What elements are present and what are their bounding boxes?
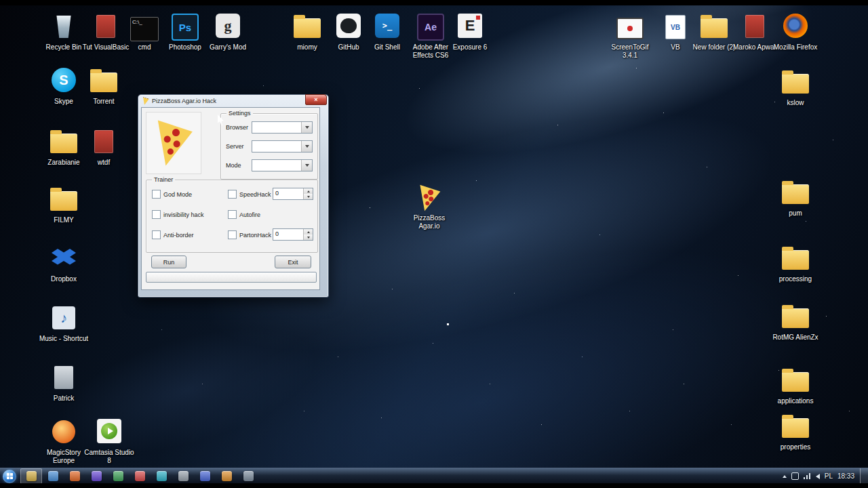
pinned-app-8-icon: [178, 471, 189, 481]
desktop-icon-music-shortcut[interactable]: Music - Shortcut: [37, 304, 90, 343]
desktop-icon-garry-s-mod[interactable]: Garry's Mod: [201, 12, 254, 52]
desktop-icon-processing[interactable]: processing: [769, 244, 822, 283]
spinner-down-icon[interactable]: [304, 235, 313, 240]
desktop-icon-image: [94, 127, 113, 157]
desktop-icon-patrick[interactable]: Patrick: [37, 363, 90, 403]
desktop-icon-label: Dropbox: [51, 275, 77, 283]
spinner-down-icon[interactable]: [304, 194, 313, 199]
taskbar-pinned-app-9[interactable]: [194, 468, 216, 484]
desktop-icon-applications[interactable]: applications: [769, 366, 822, 405]
network-icon[interactable]: [804, 473, 811, 479]
speedhack-checkbox[interactable]: SpeedHack: [228, 190, 271, 199]
window-titlebar[interactable]: PizzaBoss Agar.io Hack ×: [141, 95, 326, 107]
letterbox-bottom: [0, 483, 868, 488]
progress-bar: [146, 272, 317, 283]
recycle-bin-icon: [56, 16, 72, 38]
desktop-icon-properties[interactable]: properties: [769, 412, 822, 451]
pizza-icon: [142, 97, 149, 105]
pinned-app-9-icon: [200, 471, 210, 481]
gmod-icon: [216, 14, 240, 38]
taskbar-pinned-app-1[interactable]: [20, 468, 42, 484]
window-client: Settings Browser Server Mode: [141, 107, 320, 290]
taskbar-pinned-app-10[interactable]: [216, 468, 237, 484]
desktop: Recycle BinTut VisualBasiccmdPhotoshopGa…: [0, 5, 868, 468]
spinner-up-icon[interactable]: [304, 229, 313, 235]
start-button[interactable]: [3, 470, 16, 483]
speedhack-spinner[interactable]: 0: [273, 188, 313, 200]
desktop-icon-image: [172, 12, 199, 42]
desktop-icon-mozilla-firefox[interactable]: Mozilla Firefox: [769, 12, 822, 52]
invisibility-hack-checkbox[interactable]: invisibility hack: [152, 210, 204, 219]
browser-dropdown[interactable]: [252, 121, 313, 134]
desktop-icon-image: [701, 12, 728, 42]
taskbar-pinned-app-7[interactable]: [151, 468, 172, 484]
desktop-icon-image: [52, 304, 75, 333]
volume-icon[interactable]: [816, 474, 820, 479]
checkbox-icon[interactable]: [228, 230, 237, 239]
desktop-icon-image: [782, 412, 809, 442]
spinner-up-icon[interactable]: [304, 188, 313, 194]
pinned-app-11-icon: [243, 471, 254, 481]
photoshop-icon: [172, 14, 199, 41]
action-center-icon[interactable]: [791, 472, 799, 480]
language-indicator[interactable]: PL: [825, 472, 833, 480]
desktop-icon-rotmg-alienzx[interactable]: RotMG AlienZx: [769, 302, 822, 342]
pinned-app-7-icon: [157, 471, 167, 481]
desktop-icon-image: [50, 185, 77, 215]
partonhack-checkbox[interactable]: PartonHack: [228, 230, 271, 239]
taskbar-pinned-app-11[interactable]: [237, 468, 259, 484]
desktop-icon-image: [417, 12, 444, 42]
desktop-icon-pizzaboss-agar-io[interactable]: PizzaBoss Agar.io: [403, 183, 456, 230]
doc-gray-icon: [54, 366, 73, 389]
checkbox-icon[interactable]: [152, 210, 161, 219]
autofire-checkbox[interactable]: Autofire: [228, 210, 260, 219]
close-button[interactable]: ×: [305, 94, 327, 105]
desktop-icon-kslow[interactable]: kslow: [769, 68, 822, 107]
folder-icon: [50, 134, 77, 153]
chevron-down-icon[interactable]: [301, 160, 312, 171]
pizza-picture-box: [146, 112, 201, 174]
desktop-icon-wtdf[interactable]: wtdf: [77, 127, 130, 167]
taskbar-pinned-app-8[interactable]: [172, 468, 194, 484]
checkbox-icon[interactable]: [228, 190, 237, 199]
taskbar-pinned-app-5[interactable]: [107, 468, 129, 484]
server-label: Server: [226, 143, 244, 150]
desktop-icon-camtasia-studio-8[interactable]: Camtasia Studio 8: [83, 418, 136, 464]
desktop-icon-label: RotMG AlienZx: [772, 333, 818, 342]
taskbar-pinned-app-2[interactable]: [42, 468, 64, 484]
desktop-icon-exposure-6[interactable]: Exposure 6: [443, 12, 496, 52]
desktop-icon-image: [52, 418, 75, 447]
mode-label: Mode: [226, 162, 241, 169]
god-mode-checkbox[interactable]: God Mode: [152, 190, 192, 199]
exit-button[interactable]: Exit: [275, 256, 311, 268]
tray-expand-icon[interactable]: [783, 475, 787, 478]
anti-border-checkbox[interactable]: Anti-border: [152, 230, 194, 239]
checkbox-icon[interactable]: [152, 190, 161, 199]
desktop-icon-label: Recycle Bin: [46, 43, 82, 52]
server-dropdown[interactable]: [252, 140, 313, 152]
taskbar-pinned-app-6[interactable]: [129, 468, 151, 484]
desktop-icon-label: properties: [781, 443, 810, 451]
desktop-icon-torrent[interactable]: Torrent: [77, 66, 130, 106]
clock[interactable]: 18:33: [837, 472, 854, 480]
desktop-icon-label: Photoshop: [169, 43, 201, 52]
chevron-down-icon[interactable]: [301, 122, 312, 133]
taskbar-pinned-app-3[interactable]: [64, 468, 85, 484]
show-desktop-button[interactable]: [860, 468, 868, 484]
taskbar-pinned-app-4[interactable]: [85, 468, 107, 484]
settings-group-label: Settings: [226, 110, 253, 117]
checkbox-icon[interactable]: [152, 230, 161, 239]
stars: [0, 5, 1, 6]
desktop-icon-image: [375, 12, 399, 42]
desktop-icon-image: [665, 12, 686, 42]
run-button[interactable]: Run: [151, 256, 186, 268]
desktop-icon-pum[interactable]: pum: [769, 178, 822, 218]
desktop-icon-image: [745, 12, 764, 42]
partonhack-spinner[interactable]: 0: [273, 228, 313, 241]
desktop-icon-dropbox[interactable]: Dropbox: [37, 244, 90, 283]
checkbox-icon[interactable]: [228, 210, 237, 219]
desktop-icon-image: [97, 418, 121, 447]
chevron-down-icon[interactable]: [301, 141, 312, 152]
desktop-icon-filmy[interactable]: FILMY: [37, 185, 90, 224]
mode-dropdown[interactable]: [252, 159, 313, 171]
